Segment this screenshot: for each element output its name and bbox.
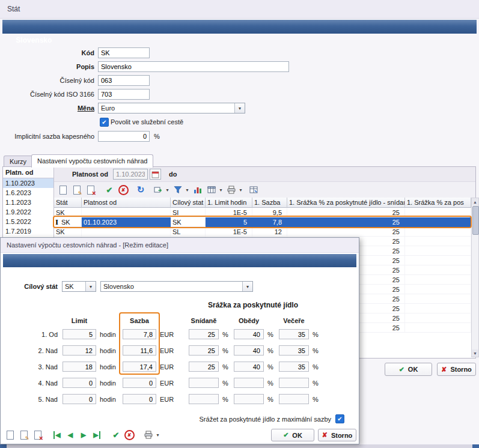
cilovy-stat-code-combo[interactable]: SK ▾ — [62, 281, 96, 292]
snidane-field[interactable] — [189, 362, 219, 372]
columns-icon[interactable] — [206, 184, 218, 196]
list-item[interactable]: 1.6.2023 — [3, 188, 53, 198]
delete-record-icon[interactable]: ✕ — [85, 184, 97, 196]
popis-field[interactable] — [98, 61, 289, 72]
tab-nastaveni-nahrad[interactable]: Nastavení vypočtu cestovních náhrad — [31, 154, 153, 168]
list-item[interactable]: 1.5.2022 — [3, 217, 53, 226]
cancel-edit-icon[interactable]: ✘ — [123, 429, 135, 441]
vecere-field[interactable] — [279, 378, 309, 388]
obedy-field[interactable] — [234, 378, 264, 388]
chevron-down-icon[interactable]: ▾ — [85, 282, 96, 291]
export-records-icon[interactable] — [152, 184, 164, 196]
column-header[interactable]: 1. Limit hodin — [206, 198, 252, 208]
chevron-down-icon[interactable]: ▾ — [237, 184, 244, 196]
list-item[interactable]: 1.7.2019 — [3, 226, 53, 236]
dialog-storno-button[interactable]: ✘Storno — [318, 429, 356, 441]
limit-field[interactable] — [63, 362, 96, 372]
go-next-icon[interactable]: ▶ — [78, 429, 90, 441]
sazba-field[interactable] — [123, 394, 156, 404]
limit-field[interactable] — [63, 329, 96, 339]
obedy-field[interactable] — [234, 394, 264, 404]
dialog-titlebar[interactable]: Nastavení výpočtu cestovních náhrad - [R… — [1, 238, 359, 253]
snidane-field[interactable] — [189, 345, 219, 356]
window-titlebar[interactable]: Stát — [0, 0, 479, 19]
table-row[interactable]: SKSL1E-51225 — [54, 227, 471, 237]
sazba-field[interactable] — [123, 362, 156, 372]
column-header[interactable]: 1. Srážka % za pos — [405, 198, 471, 208]
list-item[interactable]: 1.1.2023 — [3, 198, 53, 207]
snidane-field[interactable] — [189, 394, 219, 404]
limit-field[interactable] — [63, 394, 96, 404]
vecere-field[interactable] — [279, 394, 309, 404]
limit-field[interactable] — [63, 345, 96, 356]
snidane-field[interactable] — [189, 378, 219, 388]
scrollbar-thumb[interactable] — [472, 206, 479, 235]
obedy-field[interactable] — [234, 362, 264, 372]
chevron-down-icon[interactable]: ▾ — [218, 184, 224, 196]
chart-icon[interactable] — [192, 184, 204, 196]
dialog-ok-button[interactable]: ✔OK — [271, 429, 314, 441]
chevron-down-icon[interactable]: ▾ — [184, 184, 191, 196]
sazba-field[interactable] — [123, 329, 156, 339]
obedy-field[interactable] — [234, 329, 264, 339]
column-header[interactable]: 1. Srážka % za poskytnuté jídlo - snídan… — [287, 198, 405, 208]
limit-field[interactable] — [63, 378, 96, 388]
mena-combo[interactable]: Euro ▾ — [98, 103, 245, 114]
kapesne-field[interactable] — [98, 131, 150, 142]
list-item[interactable]: 1.9.2022 — [3, 207, 53, 217]
vecere-field[interactable] — [279, 362, 309, 372]
print-icon[interactable] — [225, 184, 237, 196]
iso-kod-field[interactable] — [98, 89, 150, 100]
go-last-icon[interactable]: ▶ — [91, 429, 103, 441]
rate-row: 4. Nad hodin EUR % % % — [1, 378, 359, 389]
filter-icon[interactable] — [172, 184, 184, 196]
new-record-icon[interactable] — [4, 429, 16, 441]
obedy-field[interactable] — [234, 345, 264, 356]
refresh-icon[interactable]: ↻ — [135, 184, 147, 196]
cilovy-stat-name-combo[interactable]: Slovensko ▾ — [100, 281, 253, 292]
chevron-down-icon[interactable]: ▾ — [234, 103, 245, 113]
chevron-down-icon[interactable]: ▾ — [242, 282, 252, 291]
data-table-icon[interactable] — [248, 184, 260, 196]
sazba-field[interactable] — [123, 378, 156, 388]
vertical-scrollbar[interactable]: ▲ ▼ — [471, 198, 479, 357]
new-record-icon[interactable] — [57, 184, 69, 196]
column-header[interactable]: Cílový stat — [171, 198, 206, 208]
edit-record-icon[interactable]: ✎ — [18, 429, 30, 441]
accept-icon[interactable]: ✔ — [103, 184, 115, 196]
calendar-icon[interactable] — [150, 169, 161, 180]
edit-dialog: Nastavení výpočtu cestovních náhrad - [R… — [0, 237, 359, 444]
cancel-edit-icon[interactable]: ✘ — [117, 184, 129, 196]
delete-record-icon[interactable]: ✕ — [32, 429, 44, 441]
dialog-title: Nastavení výpočtu cestovních náhrad - [R… — [7, 241, 168, 249]
chevron-down-icon[interactable]: ▾ — [164, 184, 171, 196]
storno-button[interactable]: ✘Storno — [437, 363, 476, 376]
accept-icon[interactable]: ✔ — [110, 429, 122, 441]
vecere-field[interactable] — [279, 329, 309, 339]
edit-record-icon[interactable]: ✎ — [71, 184, 83, 196]
dates-column-header[interactable]: Platn. od — [3, 167, 53, 178]
platnost-od-field[interactable] — [113, 169, 148, 180]
go-previous-icon[interactable]: ◀ — [64, 429, 76, 441]
go-first-icon[interactable]: ◀ — [51, 429, 63, 441]
snidane-field[interactable] — [189, 329, 219, 339]
column-header[interactable]: Platnost od — [82, 198, 171, 208]
mena-label[interactable]: Měna — [4, 103, 94, 114]
vecere-field[interactable] — [279, 345, 309, 356]
srazet-max-checkbox[interactable]: ✔ — [335, 414, 344, 423]
tab-kurzy[interactable]: Kurzy — [4, 156, 32, 168]
ok-button[interactable]: ✔OK — [385, 363, 432, 376]
scroll-up-icon[interactable]: ▲ — [472, 198, 478, 205]
column-header[interactable]: 1. Sazba — [252, 198, 287, 208]
table-row[interactable]: SKSI1E-59,525 — [54, 208, 471, 217]
list-item[interactable]: 1.10.2023 — [3, 178, 53, 188]
sazba-field[interactable] — [123, 345, 156, 356]
ciselny-kod-field[interactable] — [98, 75, 150, 86]
table-row-selected[interactable]: ISK01.10.2023SK57,825 — [54, 217, 471, 227]
column-header[interactable]: Stát — [54, 198, 82, 208]
povolit-checkbox[interactable]: ✔ — [100, 118, 109, 127]
kod-field[interactable] — [98, 47, 150, 58]
scroll-down-icon[interactable]: ▼ — [472, 350, 478, 357]
chevron-down-icon[interactable]: ▾ — [154, 429, 161, 441]
print-icon[interactable] — [142, 429, 154, 441]
